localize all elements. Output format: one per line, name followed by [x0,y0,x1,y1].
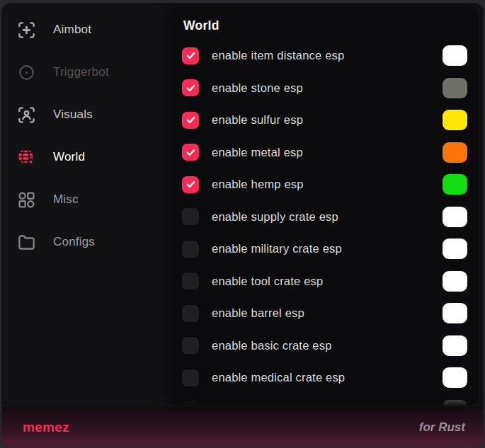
checkbox[interactable] [182,112,199,129]
globe-icon [16,147,36,167]
color-swatch[interactable] [443,367,467,388]
option-row: enable barrel esp [182,297,467,330]
option-row: enable hemp esp [182,168,467,201]
check-icon [186,147,196,158]
color-swatch[interactable] [443,78,467,98]
option-row: enable item distance esp [182,40,467,72]
sidebar: Aimbot Triggerbot Visuals World Misc Con… [1,3,170,407]
checkbox[interactable] [182,241,199,258]
option-row: enable medical crate esp [182,362,467,394]
check-icon [186,83,196,93]
option-row: enable stone esp [182,72,467,105]
option-label: enable tool crate esp [212,275,323,288]
sidebar-item-label: Misc [53,193,79,207]
folder-icon [16,232,36,252]
panel-title: World [183,18,467,33]
checkbox[interactable] [182,79,199,96]
sidebar-item-triggerbot[interactable]: Triggerbot [1,51,170,93]
option-row: enable tool crate esp [182,265,467,298]
sidebar-item-label: Visuals [53,108,93,122]
option-label: enable military crate esp [212,242,342,255]
option-row: enable metal esp [182,137,467,169]
color-swatch[interactable] [443,142,467,163]
crosshair-icon [16,20,36,40]
checkbox[interactable] [182,144,199,161]
option-row: enable basic crate esp [182,330,467,362]
option-row: enable sulfur esp [182,104,467,137]
option-row [182,394,467,406]
world-panel: World enable item distance esp enable st… [170,6,478,406]
color-swatch[interactable] [443,207,467,227]
option-label: enable item distance esp [212,49,344,62]
sidebar-item-misc[interactable]: Misc [1,178,170,221]
checkbox[interactable] [182,272,199,289]
sidebar-item-visuals[interactable]: Visuals [1,93,170,136]
color-swatch[interactable] [443,335,467,356]
checkbox[interactable] [182,305,199,322]
check-icon [186,115,196,125]
checkbox[interactable] [182,401,199,406]
brand-logo: memez [23,420,69,435]
trigger-dot-icon [16,62,36,82]
person-scan-icon [16,105,36,125]
color-swatch[interactable] [443,110,467,130]
option-label: enable sulfur esp [212,113,303,127]
color-swatch[interactable] [443,400,467,406]
option-row: enable supply crate esp [182,201,467,234]
sidebar-item-label: Configs [53,235,95,249]
sidebar-item-world[interactable]: World [1,136,170,178]
option-label: enable supply crate esp [212,210,338,224]
options-list: enable item distance esp enable stone es… [182,40,467,406]
color-swatch[interactable] [443,271,467,292]
color-swatch[interactable] [443,303,467,323]
shapes-grid-icon [16,190,36,209]
option-label: enable barrel esp [212,306,304,320]
option-label: enable basic crate esp [212,339,332,352]
sidebar-item-label: World [53,150,85,164]
option-label: enable metal esp [212,146,303,159]
checkbox[interactable] [182,47,199,64]
check-icon [186,179,196,190]
sidebar-item-label: Aimbot [53,23,91,37]
sidebar-item-aimbot[interactable]: Aimbot [1,8,170,51]
checkbox[interactable] [182,208,199,225]
color-swatch[interactable] [443,174,467,195]
option-row: enable military crate esp [182,233,467,265]
sidebar-item-label: Triggerbot [53,65,109,79]
check-icon [186,50,196,61]
option-label: enable stone esp [212,81,303,95]
checkbox[interactable] [182,337,199,354]
footer: memez for Rust [1,407,484,447]
option-label: enable hemp esp [212,178,304,191]
sidebar-item-configs[interactable]: Configs [1,221,170,263]
checkbox[interactable] [182,176,199,193]
footer-tagline: for Rust [419,420,465,435]
cheat-menu-window: Aimbot Triggerbot Visuals World Misc Con… [1,3,484,447]
color-swatch[interactable] [443,45,467,66]
color-swatch[interactable] [443,239,467,259]
checkbox[interactable] [182,369,199,386]
option-label: enable medical crate esp [212,371,345,384]
main-area: Aimbot Triggerbot Visuals World Misc Con… [1,3,484,407]
